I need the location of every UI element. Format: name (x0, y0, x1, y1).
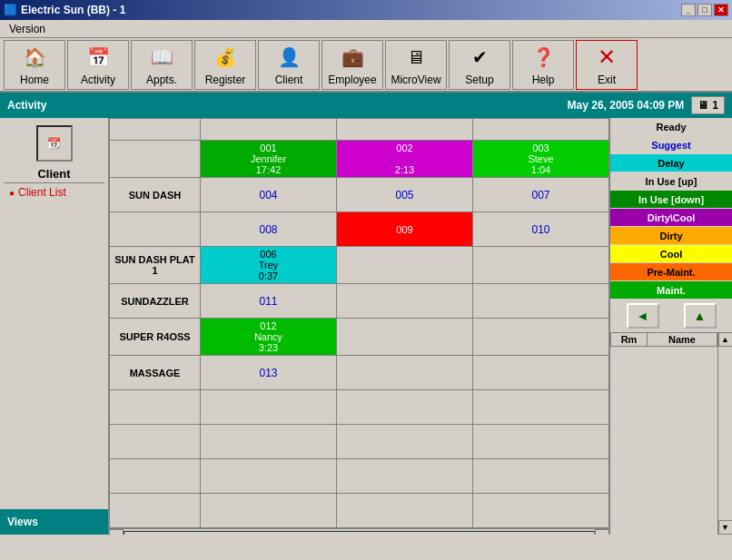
name-cell (648, 430, 717, 451)
rm-table-row (611, 388, 717, 409)
table-row: SUNDAZZLER 011 (110, 284, 609, 319)
toolbar-client[interactable]: 👤 Client (258, 40, 320, 90)
grid-cell[interactable]: 005 (337, 178, 473, 212)
toolbar-microview[interactable]: 🖥 MicroView (385, 40, 447, 90)
rm-table-row (611, 451, 717, 472)
help-icon: ❓ (529, 43, 558, 72)
toolbar-exit[interactable]: ✕ Exit (576, 40, 638, 90)
menu-version[interactable]: Version (4, 21, 51, 37)
grid-cell[interactable]: 001Jennifer17:42 (201, 141, 337, 178)
rm-cell (611, 388, 648, 409)
grid-cell[interactable]: 007 (473, 178, 609, 212)
grid-cell[interactable] (337, 247, 473, 284)
grid-cell[interactable]: 004 (201, 178, 337, 212)
grid-cell[interactable] (337, 356, 473, 390)
toolbar-register[interactable]: 💰 Register (194, 40, 256, 90)
toolbar-appts[interactable]: 📖 Appts. (131, 40, 193, 90)
toolbar-setup-label: Setup (465, 74, 493, 86)
name-cell (648, 388, 717, 409)
grid-cell[interactable]: 008 (201, 212, 337, 247)
toolbar-setup[interactable]: ✔ Setup (449, 40, 510, 90)
grid-cell[interactable] (473, 319, 609, 356)
legend-item-premaint[interactable]: Pre-Maint. (610, 263, 732, 281)
grid-cell[interactable] (201, 459, 337, 494)
rm-cell (611, 409, 648, 430)
toolbar-help-label: Help (532, 74, 555, 86)
rm-scrollbar: ▲ ▼ (717, 332, 732, 535)
grid-cell[interactable]: 011 (201, 284, 337, 319)
toolbar-appts-label: Appts. (146, 74, 177, 86)
name-cell (648, 472, 717, 493)
col-header-1 (201, 119, 337, 141)
grid-cell[interactable] (473, 356, 609, 390)
grid-cell[interactable]: 006Trey0:37 (201, 247, 337, 284)
legend-item-suggest[interactable]: Suggest (610, 136, 732, 154)
row-label: MASSAGE (110, 356, 201, 390)
activity-datetime: May 26, 2005 04:09 PM (568, 99, 685, 112)
scroll-right-button[interactable]: ► (595, 529, 609, 535)
legend-item-dirty-cool[interactable]: Dirty\Cool (610, 209, 732, 227)
table-row (110, 459, 609, 494)
grid-cell[interactable]: 013 (201, 356, 337, 390)
toolbar-home-label: Home (20, 74, 49, 86)
grid-cell[interactable] (201, 425, 337, 459)
grid-cell[interactable]: 010 (473, 212, 609, 247)
main-content: 📆 Client ● Client List Views (0, 118, 732, 535)
table-row: SUN DASH 004 005 007 (110, 178, 609, 212)
grid-cell[interactable] (201, 494, 337, 528)
grid-cell[interactable] (337, 390, 473, 425)
toolbar-client-label: Client (275, 74, 303, 86)
rm-scroll-up[interactable]: ▲ (718, 332, 733, 347)
grid-cell[interactable] (337, 284, 473, 319)
grid-cell[interactable] (337, 319, 473, 356)
nav-up-button[interactable]: ▲ (684, 303, 717, 329)
activity-grid: 001Jennifer17:42 0022:13 003Steve1:04 SU… (109, 118, 609, 528)
rm-scroll-down[interactable]: ▼ (718, 520, 733, 535)
grid-cell[interactable] (473, 459, 609, 494)
client-icon: 👤 (274, 43, 303, 72)
grid-cell[interactable] (337, 425, 473, 459)
toolbar-employee-label: Employee (328, 74, 376, 86)
legend-item-inuse-up[interactable]: In Use [up] (610, 172, 732, 191)
legend-item-delay[interactable]: Delay (610, 154, 732, 172)
toolbar-help[interactable]: ❓ Help (512, 40, 574, 90)
grid-cell[interactable]: 012Nancy3:23 (201, 319, 337, 356)
grid-cell[interactable]: 0022:13 (337, 141, 473, 178)
nav-left-button[interactable]: ◄ (627, 303, 659, 329)
grid-cell[interactable]: 003Steve1:04 (473, 141, 609, 178)
maximize-button[interactable]: □ (697, 4, 712, 16)
row-label (110, 494, 201, 528)
grid-cell[interactable] (337, 494, 473, 528)
row-label (110, 425, 201, 459)
left-sidebar: 📆 Client ● Client List Views (0, 118, 109, 535)
grid-cell[interactable]: 009 (337, 212, 473, 247)
computer-badge: 🖥 1 (691, 96, 725, 114)
table-row (110, 425, 609, 459)
rm-cell (611, 472, 648, 493)
grid-cell[interactable] (473, 284, 609, 319)
toolbar-employee[interactable]: 💼 Employee (321, 40, 383, 90)
grid-cell[interactable] (473, 390, 609, 425)
legend-item-cool[interactable]: Cool (610, 245, 732, 263)
grid-cell[interactable] (201, 390, 337, 425)
scroll-track[interactable] (124, 531, 595, 535)
horizontal-scrollbar: ◄ ► (109, 528, 609, 535)
toolbar-activity[interactable]: 📅 Activity (67, 40, 129, 90)
grid-cell[interactable] (337, 459, 473, 494)
legend-item-inuse-down[interactable]: In Use [down] (610, 191, 732, 209)
close-button[interactable]: ✕ (714, 4, 728, 16)
client-list-link[interactable]: ● Client List (4, 183, 104, 201)
col-header-label (110, 119, 201, 141)
scroll-left-button[interactable]: ◄ (109, 529, 124, 535)
legend-item-dirty[interactable]: Dirty (610, 227, 732, 245)
client-icon-box: 📆 (36, 125, 73, 162)
grid-cell[interactable] (473, 425, 609, 459)
minimize-button[interactable]: _ (681, 4, 696, 16)
grid-cell[interactable] (473, 494, 609, 528)
grid-cell[interactable] (473, 247, 609, 284)
legend-item-ready[interactable]: Ready (610, 118, 732, 136)
toolbar-home[interactable]: 🏠 Home (4, 40, 65, 90)
client-label: Client (4, 165, 104, 183)
legend-item-maint[interactable]: Maint. (610, 281, 732, 300)
bullet-icon: ● (9, 188, 15, 198)
